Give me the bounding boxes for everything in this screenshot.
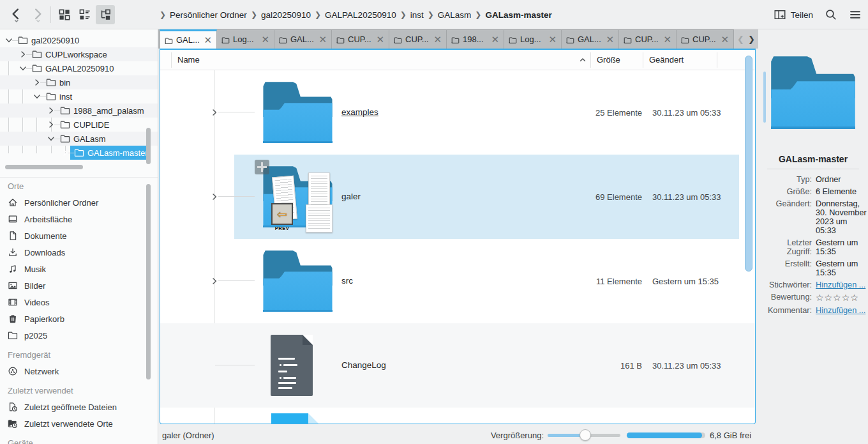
tab-close-icon[interactable]: ✕ <box>204 35 212 45</box>
breadcrumb-item[interactable]: Persönlicher Ordner <box>170 10 247 20</box>
file-row-partial[interactable] <box>160 408 755 424</box>
file-name[interactable]: galer <box>341 192 361 201</box>
collapse-icon[interactable] <box>19 65 27 72</box>
file-name[interactable]: examples <box>341 107 378 117</box>
expand-icon[interactable] <box>61 149 69 157</box>
tab-close-icon[interactable]: ✕ <box>376 34 384 44</box>
icons-view-button[interactable] <box>55 5 74 24</box>
place-item-zuletzt-verwendete-orte[interactable]: Zuletzt verwendete Orte <box>0 415 158 432</box>
select-toggle-icon[interactable] <box>255 160 269 174</box>
tree-view-button[interactable] <box>96 5 115 24</box>
tab-6[interactable]: 198...✕ <box>447 29 504 49</box>
expand-icon[interactable] <box>33 79 41 86</box>
expand-icon[interactable] <box>19 50 27 58</box>
tab-10[interactable]: CUP...✕ <box>677 29 734 49</box>
tree-item-bin[interactable]: bin <box>0 75 158 89</box>
search-button[interactable] <box>825 8 837 21</box>
expand-icon[interactable] <box>47 107 55 114</box>
place-item-p2025[interactable]: p2025 <box>0 327 158 344</box>
expand-icon[interactable] <box>47 121 55 128</box>
info-field-label: Kommentar: <box>762 306 812 315</box>
tab-5[interactable]: CUP...✕ <box>389 29 447 49</box>
tree-item-galpal20250910[interactable]: GALPAL20250910 <box>0 61 158 75</box>
column-header-modified[interactable]: Geändert <box>649 55 684 65</box>
tab-close-icon[interactable]: ✕ <box>721 34 729 44</box>
tab-7[interactable]: Log...✕ <box>504 29 562 49</box>
tab-close-icon[interactable]: ✕ <box>318 34 327 44</box>
info-panel-scrollbar[interactable] <box>763 72 766 123</box>
breadcrumb-item[interactable]: inst <box>410 10 424 20</box>
file-name[interactable]: ChangeLog <box>341 360 386 370</box>
expand-icon[interactable] <box>211 109 218 116</box>
collapse-icon[interactable] <box>47 135 55 142</box>
zoom-slider[interactable] <box>548 434 620 437</box>
breadcrumb-item[interactable]: GALasm <box>438 10 472 20</box>
tree-item-cuplworkspace[interactable]: CUPLworkspace <box>0 47 158 61</box>
file-view-scrollbar-thumb[interactable] <box>745 56 752 272</box>
tree-item-galasm[interactable]: GALasm <box>0 132 158 146</box>
tab-close-icon[interactable]: ✕ <box>606 34 614 44</box>
tab-2[interactable]: Log...✕ <box>217 29 274 49</box>
place-item-downloads[interactable]: Downloads <box>0 244 158 261</box>
zoom-slider-handle[interactable] <box>580 429 591 441</box>
tree-guide-line <box>218 196 255 197</box>
menu-button[interactable] <box>849 8 862 21</box>
expand-icon[interactable] <box>211 277 218 285</box>
sort-ascending-icon[interactable] <box>579 56 587 64</box>
tab-4[interactable]: CUP...✕ <box>332 29 389 49</box>
breadcrumb-item[interactable]: GALasm-master <box>485 10 551 20</box>
add-link[interactable]: Hinzufügen ... <box>816 306 868 315</box>
tab-label: 198... <box>463 34 488 44</box>
breadcrumb-item[interactable]: GALPAL20250910 <box>325 10 396 20</box>
rating-stars[interactable]: ☆☆☆☆☆ <box>816 293 868 303</box>
collapse-icon[interactable] <box>5 36 13 44</box>
folders-panel-horizontal-scrollbar[interactable] <box>5 165 83 169</box>
file-name[interactable]: src <box>341 276 353 286</box>
tree-item-1988_amd_palasm[interactable]: 1988_amd_palasm <box>0 103 158 118</box>
tab-scroll-left-icon[interactable]: ❮ <box>737 34 744 44</box>
collapse-icon[interactable] <box>33 93 41 100</box>
place-item-papierkorb[interactable]: Papierkorb <box>0 310 158 327</box>
place-item-zuletzt-ge-ffnete-dateien[interactable]: Zuletzt geöffnete Dateien <box>0 399 158 415</box>
tab-close-icon[interactable]: ✕ <box>663 34 671 44</box>
expand-icon[interactable] <box>211 193 218 201</box>
tab-9[interactable]: CUP...✕ <box>619 29 677 49</box>
place-item-pers-nlicher-ordner[interactable]: Persönlicher Ordner <box>0 194 158 211</box>
place-item-netzwerk[interactable]: Netzwerk <box>0 363 158 379</box>
tab-8[interactable]: GAL...✕ <box>562 29 619 49</box>
forward-button[interactable] <box>28 5 47 24</box>
file-row-changelog[interactable]: ChangeLog161 B30.11.23 um 05:33 <box>160 323 755 408</box>
tab-scroll-right-icon[interactable]: ❯ <box>748 34 755 44</box>
tab-close-icon[interactable]: ✕ <box>491 34 499 44</box>
tab-1[interactable]: GAL...✕ <box>160 29 217 49</box>
file-row-examples[interactable]: examples25 Elemente30.11.23 um 05:33 <box>160 70 755 155</box>
column-header-name[interactable]: Name <box>177 55 200 65</box>
file-row-src[interactable]: src11 ElementeGestern um 15:35 <box>160 239 755 323</box>
details-view-button[interactable] <box>75 5 94 24</box>
breadcrumb-item[interactable]: gal20250910 <box>261 10 311 20</box>
back-button[interactable] <box>6 5 26 24</box>
folders-panel-vertical-scrollbar[interactable] <box>146 128 151 164</box>
place-item-arbeitsfl-che[interactable]: Arbeitsfläche <box>0 211 158 227</box>
tree-item-cuplide[interactable]: CUPLIDE <box>0 118 158 132</box>
place-item-dokumente[interactable]: Dokumente <box>0 227 158 244</box>
place-item-musik[interactable]: Musik <box>0 261 158 277</box>
tree-item-inst[interactable]: inst <box>0 89 158 103</box>
tab-label: GAL... <box>290 34 315 44</box>
tree-item-gal20250910[interactable]: gal20250910 <box>0 33 158 47</box>
tab-close-icon[interactable]: ✕ <box>261 34 269 44</box>
places-panel-vertical-scrollbar[interactable] <box>146 184 151 379</box>
folder-icon <box>8 330 18 341</box>
tab-close-icon[interactable]: ✕ <box>548 34 557 44</box>
file-view-scrollbar[interactable] <box>744 54 753 420</box>
tree-item-galasm-master[interactable]: GALasm-master <box>0 146 158 160</box>
place-item-videos[interactable]: Videos <box>0 294 158 310</box>
place-item-bilder[interactable]: Bilder <box>0 277 158 294</box>
column-header-size[interactable]: Größe <box>597 55 620 65</box>
info-field-label: Typ: <box>762 175 812 184</box>
add-link[interactable]: Hinzufügen ... <box>816 280 868 289</box>
tab-close-icon[interactable]: ✕ <box>433 34 442 44</box>
share-button[interactable]: Teilen <box>774 8 813 21</box>
tab-3[interactable]: GAL...✕ <box>274 29 332 49</box>
file-row-galer[interactable]: ⇦PREVgaler69 Elemente30.11.23 um 05:33 <box>160 155 755 239</box>
